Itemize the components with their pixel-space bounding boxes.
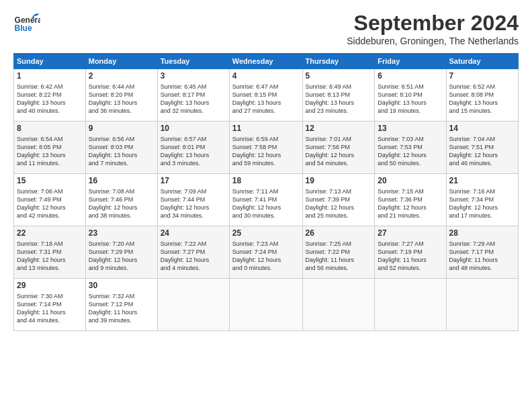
day-info: Sunrise: 7:25 AM Sunset: 7:22 PM Dayligh…	[306, 240, 372, 273]
day-number: 27	[378, 228, 443, 239]
day-number: 29	[17, 281, 83, 291]
page-header: General Blue September 2024 Siddeburen, …	[13, 11, 519, 46]
table-row: 13Sunrise: 7:03 AM Sunset: 7:53 PM Dayli…	[375, 122, 446, 174]
day-number: 13	[378, 124, 443, 134]
table-row: 7Sunrise: 6:52 AM Sunset: 8:08 PM Daylig…	[446, 69, 518, 122]
col-wednesday: Wednesday	[229, 54, 302, 69]
day-number: 24	[161, 228, 226, 239]
day-info: Sunrise: 7:11 AM Sunset: 7:41 PM Dayligh…	[232, 187, 300, 220]
logo: General Blue	[13, 11, 40, 38]
col-tuesday: Tuesday	[157, 54, 229, 69]
table-row: 16Sunrise: 7:08 AM Sunset: 7:46 PM Dayli…	[85, 174, 157, 226]
table-row	[375, 279, 446, 331]
table-row	[157, 279, 229, 331]
day-info: Sunrise: 7:09 AM Sunset: 7:44 PM Dayligh…	[161, 187, 226, 220]
table-row: 29Sunrise: 7:30 AM Sunset: 7:14 PM Dayli…	[14, 279, 86, 331]
day-number: 22	[17, 228, 83, 239]
day-number: 15	[17, 176, 83, 187]
table-row: 9Sunrise: 6:56 AM Sunset: 8:03 PM Daylig…	[85, 122, 157, 174]
month-title: September 2024	[347, 11, 519, 36]
table-row: 18Sunrise: 7:11 AM Sunset: 7:41 PM Dayli…	[229, 174, 302, 226]
calendar-week-row: 1Sunrise: 6:42 AM Sunset: 8:22 PM Daylig…	[14, 69, 519, 122]
col-friday: Friday	[375, 54, 446, 69]
day-number: 30	[89, 281, 154, 291]
col-sunday: Sunday	[14, 54, 86, 69]
day-number: 9	[89, 124, 154, 134]
table-row: 17Sunrise: 7:09 AM Sunset: 7:44 PM Dayli…	[157, 174, 229, 226]
table-row: 19Sunrise: 7:13 AM Sunset: 7:39 PM Dayli…	[302, 174, 375, 226]
calendar-week-row: 8Sunrise: 6:54 AM Sunset: 8:05 PM Daylig…	[14, 122, 519, 174]
day-number: 21	[449, 176, 515, 187]
day-info: Sunrise: 7:18 AM Sunset: 7:31 PM Dayligh…	[17, 240, 83, 273]
logo-icon: General Blue	[13, 11, 40, 38]
day-info: Sunrise: 7:15 AM Sunset: 7:36 PM Dayligh…	[378, 187, 443, 220]
day-number: 26	[306, 228, 372, 239]
day-info: Sunrise: 6:44 AM Sunset: 8:20 PM Dayligh…	[89, 83, 154, 116]
day-number: 17	[161, 176, 226, 187]
day-info: Sunrise: 6:47 AM Sunset: 8:15 PM Dayligh…	[232, 83, 300, 116]
table-row: 21Sunrise: 7:16 AM Sunset: 7:34 PM Dayli…	[446, 174, 518, 226]
day-number: 3	[161, 71, 226, 82]
day-number: 23	[89, 228, 154, 239]
table-row: 30Sunrise: 7:32 AM Sunset: 7:12 PM Dayli…	[85, 279, 157, 331]
table-row	[229, 279, 302, 331]
calendar-header-row: Sunday Monday Tuesday Wednesday Thursday…	[14, 54, 519, 69]
day-info: Sunrise: 7:08 AM Sunset: 7:46 PM Dayligh…	[89, 187, 154, 220]
table-row: 3Sunrise: 6:45 AM Sunset: 8:17 PM Daylig…	[157, 69, 229, 122]
table-row: 27Sunrise: 7:27 AM Sunset: 7:19 PM Dayli…	[375, 226, 446, 279]
day-info: Sunrise: 7:01 AM Sunset: 7:56 PM Dayligh…	[306, 135, 372, 168]
day-info: Sunrise: 6:56 AM Sunset: 8:03 PM Dayligh…	[89, 135, 154, 168]
day-number: 28	[449, 228, 515, 239]
day-number: 1	[17, 71, 83, 82]
day-info: Sunrise: 7:06 AM Sunset: 7:49 PM Dayligh…	[17, 187, 83, 220]
table-row: 20Sunrise: 7:15 AM Sunset: 7:36 PM Dayli…	[375, 174, 446, 226]
svg-text:Blue: Blue	[15, 24, 32, 33]
table-row: 24Sunrise: 7:22 AM Sunset: 7:27 PM Dayli…	[157, 226, 229, 279]
location: Siddeburen, Groningen, The Netherlands	[347, 36, 519, 46]
calendar-week-row: 15Sunrise: 7:06 AM Sunset: 7:49 PM Dayli…	[14, 174, 519, 226]
day-info: Sunrise: 7:30 AM Sunset: 7:14 PM Dayligh…	[17, 292, 83, 325]
day-info: Sunrise: 7:04 AM Sunset: 7:51 PM Dayligh…	[449, 135, 515, 168]
day-info: Sunrise: 6:51 AM Sunset: 8:10 PM Dayligh…	[378, 83, 443, 116]
day-info: Sunrise: 7:23 AM Sunset: 7:24 PM Dayligh…	[232, 240, 300, 273]
table-row: 14Sunrise: 7:04 AM Sunset: 7:51 PM Dayli…	[446, 122, 518, 174]
col-monday: Monday	[85, 54, 157, 69]
day-number: 4	[232, 71, 300, 82]
day-info: Sunrise: 7:22 AM Sunset: 7:27 PM Dayligh…	[161, 240, 226, 273]
calendar-week-row: 29Sunrise: 7:30 AM Sunset: 7:14 PM Dayli…	[14, 279, 519, 331]
day-info: Sunrise: 7:29 AM Sunset: 7:17 PM Dayligh…	[449, 240, 515, 273]
calendar-week-row: 22Sunrise: 7:18 AM Sunset: 7:31 PM Dayli…	[14, 226, 519, 279]
day-info: Sunrise: 7:32 AM Sunset: 7:12 PM Dayligh…	[89, 292, 154, 325]
table-row: 22Sunrise: 7:18 AM Sunset: 7:31 PM Dayli…	[14, 226, 86, 279]
day-number: 8	[17, 124, 83, 134]
day-info: Sunrise: 6:45 AM Sunset: 8:17 PM Dayligh…	[161, 83, 226, 116]
col-thursday: Thursday	[302, 54, 375, 69]
day-number: 11	[232, 124, 300, 134]
table-row: 26Sunrise: 7:25 AM Sunset: 7:22 PM Dayli…	[302, 226, 375, 279]
day-info: Sunrise: 7:27 AM Sunset: 7:19 PM Dayligh…	[378, 240, 443, 273]
table-row: 12Sunrise: 7:01 AM Sunset: 7:56 PM Dayli…	[302, 122, 375, 174]
calendar-table: Sunday Monday Tuesday Wednesday Thursday…	[13, 53, 519, 331]
table-row: 11Sunrise: 6:59 AM Sunset: 7:58 PM Dayli…	[229, 122, 302, 174]
col-saturday: Saturday	[446, 54, 518, 69]
day-number: 12	[306, 124, 372, 134]
day-number: 14	[449, 124, 515, 134]
day-info: Sunrise: 6:49 AM Sunset: 8:13 PM Dayligh…	[306, 83, 372, 116]
table-row	[446, 279, 518, 331]
table-row: 5Sunrise: 6:49 AM Sunset: 8:13 PM Daylig…	[302, 69, 375, 122]
table-row: 2Sunrise: 6:44 AM Sunset: 8:20 PM Daylig…	[85, 69, 157, 122]
table-row	[302, 279, 375, 331]
table-row: 6Sunrise: 6:51 AM Sunset: 8:10 PM Daylig…	[375, 69, 446, 122]
day-number: 2	[89, 71, 154, 82]
day-info: Sunrise: 6:54 AM Sunset: 8:05 PM Dayligh…	[17, 135, 83, 168]
table-row: 8Sunrise: 6:54 AM Sunset: 8:05 PM Daylig…	[14, 122, 86, 174]
table-row: 10Sunrise: 6:57 AM Sunset: 8:01 PM Dayli…	[157, 122, 229, 174]
table-row: 25Sunrise: 7:23 AM Sunset: 7:24 PM Dayli…	[229, 226, 302, 279]
table-row: 4Sunrise: 6:47 AM Sunset: 8:15 PM Daylig…	[229, 69, 302, 122]
svg-text:General: General	[15, 15, 40, 25]
day-info: Sunrise: 7:20 AM Sunset: 7:29 PM Dayligh…	[89, 240, 154, 273]
day-info: Sunrise: 7:13 AM Sunset: 7:39 PM Dayligh…	[306, 187, 372, 220]
day-info: Sunrise: 6:52 AM Sunset: 8:08 PM Dayligh…	[449, 83, 515, 116]
day-number: 16	[89, 176, 154, 187]
table-row: 15Sunrise: 7:06 AM Sunset: 7:49 PM Dayli…	[14, 174, 86, 226]
